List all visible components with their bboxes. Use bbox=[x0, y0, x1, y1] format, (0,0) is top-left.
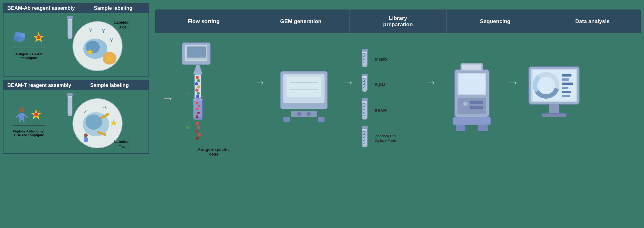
svg-point-64 bbox=[197, 112, 200, 114]
arrow-2: → bbox=[342, 75, 355, 89]
svg-point-65 bbox=[196, 115, 198, 118]
beam-t-header: BEAM-T reagent assembly Sample labeling bbox=[3, 81, 148, 90]
svg-rect-41 bbox=[84, 137, 88, 142]
step-library-preparation: Library preparation bbox=[350, 9, 447, 33]
svg-point-63 bbox=[196, 108, 199, 110]
svg-rect-109 bbox=[462, 65, 481, 70]
arrow-into-flow: → bbox=[161, 91, 174, 105]
beam-star-t-icon bbox=[30, 108, 42, 120]
workflow-content: → bbox=[155, 40, 641, 157]
left-panel: BEAM-Ab reagent assembly Sample labeling bbox=[3, 3, 149, 225]
svg-text:Y: Y bbox=[110, 37, 113, 44]
computer-illustration bbox=[522, 63, 586, 133]
svg-rect-126 bbox=[549, 104, 559, 114]
vial-row-beam: BEAM bbox=[358, 98, 387, 123]
beam-t-content: Peptide + Monomer + BEAM conjugate bbox=[3, 90, 148, 153]
vial-row-gex: 5' GEX bbox=[358, 48, 388, 71]
circle-diagram-ab: Y Y Y Labeled B cell bbox=[57, 15, 127, 74]
svg-point-40 bbox=[84, 133, 88, 137]
svg-text:Y: Y bbox=[102, 28, 105, 34]
step-data-analysis: Data analysis bbox=[544, 9, 641, 33]
svg-rect-112 bbox=[478, 125, 488, 131]
vial-label-vdj: V(D)J bbox=[375, 82, 385, 87]
workflow-panel: Flow sorting GEM generation Library prep… bbox=[155, 9, 641, 218]
vial-label-beam: BEAM bbox=[375, 108, 387, 113]
svg-line-26 bbox=[23, 120, 24, 122]
arrow-4: → bbox=[507, 75, 519, 89]
svg-rect-127 bbox=[541, 113, 567, 117]
svg-line-25 bbox=[19, 120, 20, 122]
flow-sorting-col: Antigen-specific cells bbox=[177, 40, 250, 157]
sample-labeling-2-title: Sample labeling bbox=[90, 83, 129, 88]
svg-line-29 bbox=[38, 111, 40, 113]
vial-row-optional: (optional) Cell Surface Protein bbox=[358, 126, 399, 151]
svg-point-62 bbox=[198, 105, 200, 107]
svg-point-28 bbox=[34, 113, 38, 116]
svg-point-72 bbox=[198, 133, 201, 136]
vial-row-vdj: V(D)J bbox=[358, 73, 385, 95]
svg-rect-106 bbox=[470, 101, 483, 104]
svg-rect-96 bbox=[362, 98, 368, 101]
step-sequencing: Sequencing bbox=[447, 9, 544, 33]
vial-label-optional: (optional) Cell Surface Protein bbox=[375, 134, 399, 143]
beam-ab-section: BEAM-Ab reagent assembly Sample labeling bbox=[3, 3, 149, 77]
svg-rect-48 bbox=[187, 46, 206, 58]
gem-machine-illustration bbox=[275, 66, 332, 130]
vial-optional-icon bbox=[358, 126, 372, 151]
reagent-icons-ab bbox=[13, 29, 45, 45]
beam-ab-header: BEAM-Ab reagent assembly Sample labeling bbox=[3, 3, 148, 13]
sequencing-col bbox=[440, 60, 503, 136]
svg-rect-124 bbox=[562, 91, 571, 93]
svg-point-61 bbox=[196, 102, 198, 104]
vial-gex-icon bbox=[358, 48, 372, 71]
vials-container: 5' GEX V(D)J bbox=[358, 48, 399, 151]
svg-point-119 bbox=[540, 80, 552, 91]
svg-rect-34 bbox=[67, 93, 73, 96]
arrow-3: → bbox=[424, 75, 437, 89]
svg-point-55 bbox=[195, 89, 199, 92]
svg-point-1 bbox=[15, 32, 21, 37]
svg-point-37 bbox=[85, 114, 102, 130]
svg-point-21 bbox=[19, 107, 24, 112]
svg-point-73 bbox=[196, 137, 199, 140]
svg-rect-11 bbox=[67, 16, 73, 19]
svg-rect-121 bbox=[562, 78, 569, 81]
svg-point-71 bbox=[195, 130, 198, 133]
svg-point-81 bbox=[297, 112, 301, 116]
svg-point-70 bbox=[197, 126, 200, 129]
beam-ab-title: BEAM-Ab reagent assembly bbox=[7, 5, 75, 11]
beam-t-section: BEAM-T reagent assembly Sample labeling bbox=[3, 80, 149, 154]
svg-point-5 bbox=[37, 35, 41, 39]
svg-point-69 bbox=[196, 122, 199, 125]
connector-t bbox=[13, 125, 45, 126]
vial-beam-icon bbox=[358, 98, 372, 123]
svg-marker-49 bbox=[193, 65, 203, 74]
workflow-header: Flow sorting GEM generation Library prep… bbox=[155, 9, 641, 33]
svg-rect-84 bbox=[318, 117, 325, 122]
svg-line-24 bbox=[24, 114, 28, 118]
peptide-icon bbox=[16, 107, 28, 122]
svg-point-57 bbox=[196, 95, 199, 98]
svg-line-6 bbox=[41, 34, 43, 36]
svg-point-82 bbox=[307, 112, 311, 116]
svg-point-91 bbox=[362, 89, 367, 92]
svg-rect-88 bbox=[362, 49, 368, 52]
connector-ab bbox=[13, 48, 45, 48]
step-flow-sorting: Flow sorting bbox=[155, 9, 252, 33]
beam-t-reagent: Peptide + Monomer + BEAM conjugate bbox=[7, 107, 51, 137]
circle-diagram-t: Y Y Labeled T cell bbox=[57, 93, 127, 151]
svg-point-3 bbox=[14, 37, 19, 41]
labeled-b-cell: Labeled B cell bbox=[114, 20, 129, 30]
svg-rect-92 bbox=[362, 74, 368, 76]
svg-point-52 bbox=[197, 79, 200, 82]
svg-point-68 bbox=[186, 126, 189, 129]
svg-rect-83 bbox=[283, 117, 290, 122]
flow-sorter-illustration bbox=[179, 40, 249, 153]
reagent-label-t: Peptide + Monomer + BEAM conjugate bbox=[13, 129, 45, 137]
arrow-1: → bbox=[253, 75, 266, 89]
svg-rect-122 bbox=[562, 83, 573, 85]
svg-rect-123 bbox=[562, 87, 568, 89]
step-gem-generation: GEM generation bbox=[252, 9, 350, 33]
svg-rect-22 bbox=[19, 113, 24, 120]
beam-star-icon bbox=[33, 31, 45, 43]
